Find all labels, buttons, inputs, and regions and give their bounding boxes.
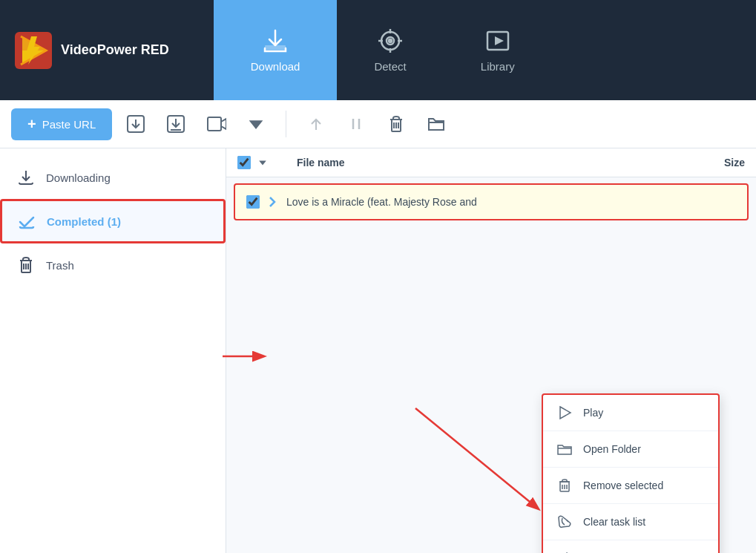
sidebar-downloading-label: Downloading [46,171,111,184]
clear-button[interactable] [380,109,412,139]
app-title-text: VideoPower RED [61,42,169,58]
app-logo: VideoPower RED [0,32,184,69]
completed-icon [17,212,36,231]
size-column-header: Size [686,157,745,168]
context-menu-play[interactable]: Play [543,395,718,431]
svg-marker-13 [495,36,504,45]
context-menu-clear-task[interactable]: Clear task list [543,504,718,540]
trash-icon [386,114,407,134]
app-logo-icon [15,32,52,69]
download-tab-icon [262,27,289,54]
file-name-text: Love is a Miracle (feat. Majesty Rose an… [286,196,736,208]
clear-task-icon [556,514,573,530]
tab-library-label: Library [481,60,515,73]
folder-icon [426,114,447,134]
download-icon-2 [165,114,186,134]
sidebar-item-downloading[interactable]: Downloading [0,156,226,199]
context-menu-open-folder[interactable]: Open Folder [543,431,718,468]
paste-url-button[interactable]: + Paste URL [11,108,112,140]
annotation-arrow-2 [408,401,556,520]
sidebar-trash-label: Trash [46,259,74,272]
tab-detect-label: Detect [374,60,406,73]
move-up-button[interactable] [300,109,332,139]
nav-tabs: Download Detect Library [214,0,552,100]
plus-icon: + [27,116,36,133]
main-content: Downloading Completed (1) Trash [0,148,756,553]
sidebar-completed-label: Completed (1) [47,215,121,228]
sidebar: Downloading Completed (1) Trash [0,148,226,553]
sidebar-item-completed[interactable]: Completed (1) [0,199,226,243]
sidebar-item-trash[interactable]: Trash [0,243,226,287]
context-remove-label: Remove selected [583,480,663,491]
play-icon [556,405,573,421]
row-arrow-icon [267,196,279,208]
detect-tab-icon [377,27,404,54]
svg-marker-33 [560,407,571,419]
file-row-checkbox[interactable] [246,195,260,209]
context-open-folder-label: Open Folder [583,443,641,455]
svg-line-32 [415,408,538,508]
context-play-label: Play [583,407,603,419]
download-queue-icon [125,114,146,134]
paste-url-label: Paste URL [42,118,96,131]
download-queue-button[interactable] [119,109,152,139]
toolbar-separator-1 [286,111,286,137]
open-folder-button[interactable] [420,109,453,139]
chevron-down-icon [246,114,266,134]
library-tab-icon [484,27,511,54]
tab-download[interactable]: Download [214,0,338,100]
table-row[interactable]: Love is a Miracle (feat. Majesty Rose an… [234,183,749,220]
svg-marker-18 [221,119,226,129]
svg-marker-19 [249,120,263,129]
tab-detect[interactable]: Detect [337,0,443,100]
annotation-arrow-1 [219,345,271,367]
svg-point-11 [389,39,392,42]
video-convert-button[interactable] [200,109,232,139]
title-bar: VideoPower RED Download Detect [0,0,756,100]
toolbar: + Paste URL [0,100,756,148]
downloading-icon [16,168,36,187]
remove-icon [556,477,573,494]
video-convert-icon [206,114,226,134]
context-clear-task-label: Clear task list [583,516,645,528]
dropdown-chevron-icon[interactable] [258,158,267,167]
select-all-checkbox[interactable] [237,156,251,169]
open-folder-icon [556,441,573,457]
trash-sidebar-icon [16,255,36,275]
pause-all-button[interactable] [340,109,372,139]
context-menu-rename[interactable]: Rename [543,540,718,553]
pause-icon [346,114,367,134]
tab-download-label: Download [251,60,300,73]
svg-marker-30 [259,161,266,166]
video-convert-dropdown[interactable] [240,109,272,139]
context-menu-remove-selected[interactable]: Remove selected [543,468,718,504]
context-menu: Play Open Folder Remove selected [542,393,720,553]
tab-library[interactable]: Library [444,0,552,100]
filename-column-header: File name [297,157,678,168]
file-list-header: File name Size [226,148,756,177]
svg-rect-17 [208,117,221,131]
download-button-2[interactable] [160,109,192,139]
rename-icon [556,550,573,553]
move-up-icon [306,114,326,134]
